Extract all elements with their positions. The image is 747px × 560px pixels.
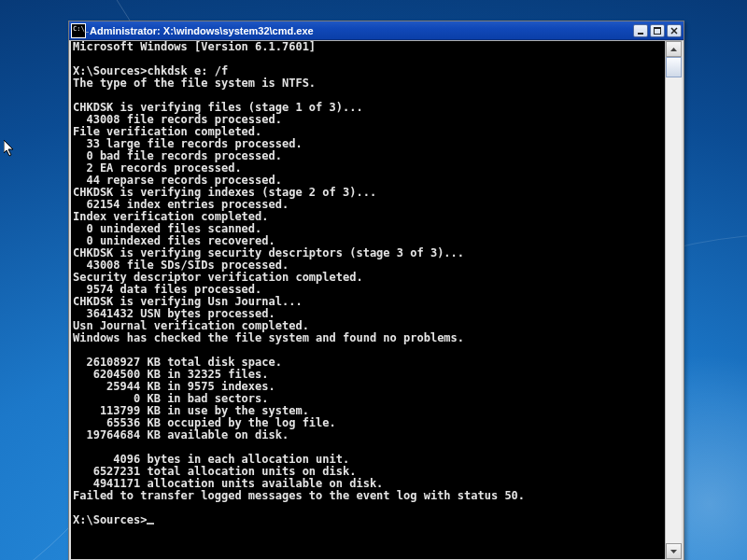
svg-rect-2 bbox=[654, 27, 661, 29]
close-icon bbox=[670, 27, 678, 35]
cmd-window: Administrator: X:\windows\system32\cmd.e… bbox=[68, 21, 684, 560]
minimize-icon bbox=[637, 27, 644, 35]
chevron-down-icon bbox=[670, 550, 677, 553]
vertical-scrollbar[interactable] bbox=[665, 41, 682, 559]
maximize-icon bbox=[654, 27, 661, 35]
maximize-button[interactable] bbox=[650, 24, 665, 37]
svg-marker-7 bbox=[4, 140, 13, 156]
window-controls bbox=[633, 24, 682, 37]
chevron-up-icon bbox=[670, 48, 677, 51]
svg-marker-6 bbox=[670, 550, 677, 553]
window-titlebar[interactable]: Administrator: X:\windows\system32\cmd.e… bbox=[69, 21, 684, 40]
scroll-up-button[interactable] bbox=[666, 41, 682, 57]
console-output[interactable]: Microsoft Windows [Version 6.1.7601] X:\… bbox=[71, 41, 665, 559]
scroll-thumb[interactable] bbox=[666, 57, 682, 77]
svg-marker-5 bbox=[670, 48, 677, 51]
window-title: Administrator: X:\windows\system32\cmd.e… bbox=[90, 25, 629, 36]
svg-rect-0 bbox=[638, 33, 643, 35]
scroll-down-button[interactable] bbox=[666, 543, 682, 559]
scroll-track[interactable] bbox=[666, 57, 682, 543]
cmd-icon bbox=[71, 23, 86, 38]
close-button[interactable] bbox=[667, 24, 682, 37]
desktop-background: Administrator: X:\windows\system32\cmd.e… bbox=[0, 0, 747, 560]
mouse-cursor bbox=[4, 140, 15, 158]
minimize-button[interactable] bbox=[633, 24, 648, 37]
window-client-area: Microsoft Windows [Version 6.1.7601] X:\… bbox=[69, 40, 684, 560]
